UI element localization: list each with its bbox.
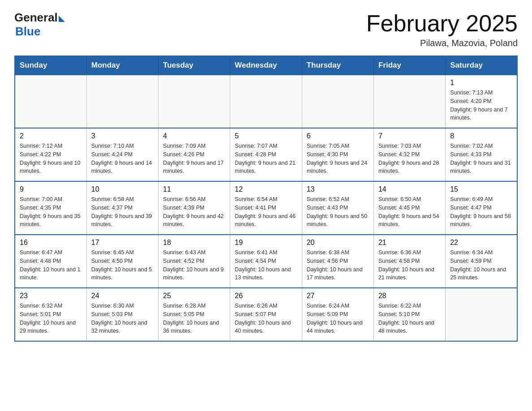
day-number: 8 [450,132,512,140]
calendar-cell: 26Sunrise: 6:26 AM Sunset: 5:07 PM Dayli… [230,288,302,341]
weekday-header-friday: Friday [373,56,445,75]
logo-general-text: General [14,11,58,25]
calendar-cell: 20Sunrise: 6:38 AM Sunset: 4:56 PM Dayli… [302,235,373,288]
calendar-cell [86,75,158,128]
calendar-cell [373,75,445,128]
day-number: 15 [450,185,512,193]
calendar-table: SundayMondayTuesdayWednesdayThursdayFrid… [14,56,518,342]
day-number: 12 [235,185,297,193]
day-number: 28 [378,292,441,300]
weekday-header-wednesday: Wednesday [230,56,302,75]
weekday-header-saturday: Saturday [446,56,517,75]
day-number: 2 [20,132,82,140]
day-number: 16 [20,239,82,247]
day-info: Sunrise: 7:00 AM Sunset: 4:35 PM Dayligh… [20,195,82,229]
calendar-cell: 25Sunrise: 6:28 AM Sunset: 5:05 PM Dayli… [159,288,230,341]
calendar-cell: 17Sunrise: 6:45 AM Sunset: 4:50 PM Dayli… [86,235,158,288]
weekday-header-tuesday: Tuesday [159,56,230,75]
calendar-week-row: 1Sunrise: 7:13 AM Sunset: 4:20 PM Daylig… [15,75,517,128]
calendar-cell: 23Sunrise: 6:32 AM Sunset: 5:01 PM Dayli… [15,288,86,341]
day-number: 7 [378,132,441,140]
calendar-cell: 6Sunrise: 7:05 AM Sunset: 4:30 PM Daylig… [302,128,373,181]
day-number: 25 [163,292,225,300]
calendar-cell: 24Sunrise: 6:30 AM Sunset: 5:03 PM Dayli… [86,288,158,341]
day-number: 6 [307,132,369,140]
calendar-cell: 15Sunrise: 6:49 AM Sunset: 4:47 PM Dayli… [446,181,517,235]
day-number: 27 [307,292,369,300]
location-text: Pilawa, Mazovia, Poland [366,38,518,48]
day-info: Sunrise: 6:47 AM Sunset: 4:48 PM Dayligh… [20,248,82,282]
day-info: Sunrise: 6:28 AM Sunset: 5:05 PM Dayligh… [163,302,225,335]
day-number: 22 [450,239,512,247]
logo-blue-text: Blue [15,25,65,39]
calendar-cell: 13Sunrise: 6:52 AM Sunset: 4:43 PM Dayli… [302,181,373,235]
day-number: 14 [378,185,441,193]
month-title: February 2025 [366,11,518,36]
calendar-cell: 28Sunrise: 6:22 AM Sunset: 5:10 PM Dayli… [373,288,445,341]
day-info: Sunrise: 6:49 AM Sunset: 4:47 PM Dayligh… [450,195,512,229]
calendar-cell: 2Sunrise: 7:12 AM Sunset: 4:22 PM Daylig… [15,128,86,181]
calendar-cell: 11Sunrise: 6:56 AM Sunset: 4:39 PM Dayli… [159,181,230,235]
day-info: Sunrise: 7:07 AM Sunset: 4:28 PM Dayligh… [235,142,297,176]
calendar-week-row: 2Sunrise: 7:12 AM Sunset: 4:22 PM Daylig… [15,128,517,181]
day-number: 18 [163,239,225,247]
day-info: Sunrise: 7:05 AM Sunset: 4:30 PM Dayligh… [307,142,369,176]
calendar-cell [446,288,517,341]
day-number: 17 [91,239,154,247]
logo-arrow-icon [59,16,65,22]
day-number: 9 [20,185,82,193]
day-number: 10 [91,185,154,193]
calendar-cell: 21Sunrise: 6:36 AM Sunset: 4:58 PM Dayli… [373,235,445,288]
day-number: 13 [307,185,369,193]
page-header: General Blue February 2025 Pilawa, Mazov… [14,11,518,48]
calendar-cell [159,75,230,128]
day-number: 11 [163,185,225,193]
day-info: Sunrise: 6:22 AM Sunset: 5:10 PM Dayligh… [378,302,441,335]
day-info: Sunrise: 7:13 AM Sunset: 4:20 PM Dayligh… [450,89,512,122]
calendar-week-row: 9Sunrise: 7:00 AM Sunset: 4:35 PM Daylig… [15,181,517,235]
day-info: Sunrise: 6:45 AM Sunset: 4:50 PM Dayligh… [91,248,154,282]
day-number: 26 [235,292,297,300]
calendar-week-row: 23Sunrise: 6:32 AM Sunset: 5:01 PM Dayli… [15,288,517,341]
day-number: 5 [235,132,297,140]
calendar-cell [230,75,302,128]
weekday-header-row: SundayMondayTuesdayWednesdayThursdayFrid… [15,56,517,75]
day-number: 24 [91,292,154,300]
calendar-cell [15,75,86,128]
day-info: Sunrise: 6:41 AM Sunset: 4:54 PM Dayligh… [235,248,297,282]
day-info: Sunrise: 6:34 AM Sunset: 4:59 PM Dayligh… [450,248,512,282]
day-info: Sunrise: 6:52 AM Sunset: 4:43 PM Dayligh… [307,195,369,229]
calendar-cell: 1Sunrise: 7:13 AM Sunset: 4:20 PM Daylig… [446,75,517,128]
day-info: Sunrise: 6:32 AM Sunset: 5:01 PM Dayligh… [20,302,82,335]
day-info: Sunrise: 7:09 AM Sunset: 4:26 PM Dayligh… [163,142,225,176]
day-info: Sunrise: 7:02 AM Sunset: 4:33 PM Dayligh… [450,142,512,176]
calendar-cell: 10Sunrise: 6:58 AM Sunset: 4:37 PM Dayli… [86,181,158,235]
day-number: 23 [20,292,82,300]
calendar-cell [302,75,373,128]
title-section: February 2025 Pilawa, Mazovia, Poland [366,11,518,48]
day-info: Sunrise: 6:50 AM Sunset: 4:45 PM Dayligh… [378,195,441,229]
calendar-cell: 16Sunrise: 6:47 AM Sunset: 4:48 PM Dayli… [15,235,86,288]
day-info: Sunrise: 6:36 AM Sunset: 4:58 PM Dayligh… [378,248,441,282]
logo: General Blue [14,11,65,39]
calendar-cell: 12Sunrise: 6:54 AM Sunset: 4:41 PM Dayli… [230,181,302,235]
calendar-cell: 5Sunrise: 7:07 AM Sunset: 4:28 PM Daylig… [230,128,302,181]
calendar-cell: 4Sunrise: 7:09 AM Sunset: 4:26 PM Daylig… [159,128,230,181]
calendar-cell: 27Sunrise: 6:24 AM Sunset: 5:09 PM Dayli… [302,288,373,341]
day-info: Sunrise: 6:58 AM Sunset: 4:37 PM Dayligh… [91,195,154,229]
day-number: 19 [235,239,297,247]
calendar-cell: 8Sunrise: 7:02 AM Sunset: 4:33 PM Daylig… [446,128,517,181]
day-info: Sunrise: 6:24 AM Sunset: 5:09 PM Dayligh… [307,302,369,335]
day-number: 1 [450,79,512,87]
day-info: Sunrise: 7:10 AM Sunset: 4:24 PM Dayligh… [91,142,154,176]
calendar-cell: 9Sunrise: 7:00 AM Sunset: 4:35 PM Daylig… [15,181,86,235]
day-number: 3 [91,132,154,140]
calendar-week-row: 16Sunrise: 6:47 AM Sunset: 4:48 PM Dayli… [15,235,517,288]
day-info: Sunrise: 6:56 AM Sunset: 4:39 PM Dayligh… [163,195,225,229]
weekday-header-thursday: Thursday [302,56,373,75]
calendar-cell: 18Sunrise: 6:43 AM Sunset: 4:52 PM Dayli… [159,235,230,288]
calendar-cell: 14Sunrise: 6:50 AM Sunset: 4:45 PM Dayli… [373,181,445,235]
day-info: Sunrise: 7:12 AM Sunset: 4:22 PM Dayligh… [20,142,82,176]
day-info: Sunrise: 6:43 AM Sunset: 4:52 PM Dayligh… [163,248,225,282]
calendar-cell: 22Sunrise: 6:34 AM Sunset: 4:59 PM Dayli… [446,235,517,288]
